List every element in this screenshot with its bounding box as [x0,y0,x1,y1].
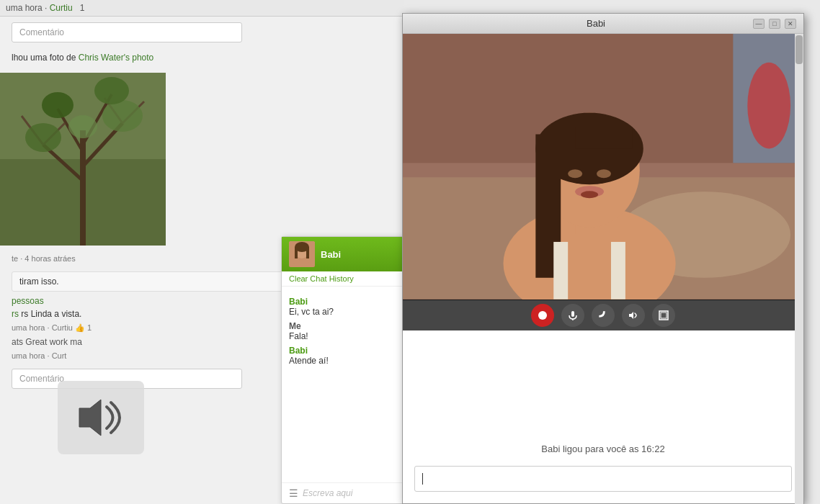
svg-point-12 [102,100,143,132]
record-button[interactable] [531,304,554,327]
video-controls-bar [403,300,803,330]
text-me-1: Fala! [289,331,410,341]
svg-point-28 [747,63,790,149]
svg-rect-40 [553,242,568,300]
svg-rect-41 [611,242,625,300]
speaker-button[interactable] [622,304,645,327]
avatar-face [289,241,315,267]
feed-top-bar: uma hora · Curtiu 1 [0,0,404,17]
sender-babi-1: Babi [289,297,410,307]
svg-rect-22 [306,247,309,258]
liked-text: lhou uma foto de [12,53,79,63]
svg-point-15 [68,115,97,138]
svg-rect-35 [575,127,633,149]
chat-contact-name: Babi [321,249,341,260]
comment-placeholder-1: Comentário [19,27,64,37]
chat-panel: Babi Clear Chat History Babi Ei, vc ta a… [281,236,418,504]
mic-button[interactable] [561,304,584,327]
svg-point-36 [568,169,582,178]
svg-point-39 [581,191,598,198]
svg-point-13 [42,92,73,118]
scrollbar-right[interactable] [795,34,803,504]
chat-avatar [289,241,315,267]
svg-marker-16 [79,400,101,436]
video-title: Babi [439,18,753,29]
video-call-window: Babi — □ ✕ [402,13,804,504]
titlebar-controls: — □ ✕ [753,19,796,29]
scrollbar-thumb[interactable] [796,35,803,64]
msg-babi-2: Babi Atende aí! [289,346,410,366]
feed-time: uma hora · [6,3,50,13]
chat-input-area[interactable]: ☰ Escreva aqui [282,482,417,503]
svg-marker-45 [629,312,633,319]
photo-block [0,73,166,246]
chat-input-placeholder: Escreva aqui [303,488,352,498]
chat-messages: Babi Ei, vc ta ai? Me Fala! Babi Atende … [282,287,417,482]
chat-header: Babi [282,237,417,271]
expand-button[interactable] [652,304,675,327]
svg-rect-43 [571,311,574,317]
video-person-svg [403,34,803,300]
hangup-button[interactable] [592,304,615,327]
text-babi-1: Ei, vc ta ai? [289,307,410,317]
minimize-button[interactable]: — [753,19,765,29]
msg-babi-1: Babi Ei, vc ta ai? [289,297,410,317]
msg-me-1: Me Fala! [289,321,410,341]
liked-line: lhou uma foto de Chris Water's photo [0,48,404,67]
sender-babi-2: Babi [289,346,410,356]
svg-point-42 [538,311,547,320]
post-text: tiram isso. [19,276,59,287]
svg-rect-47 [661,312,667,318]
feed-count: 1 [80,3,85,13]
liked-link[interactable]: Chris Water's photo [79,53,154,63]
svg-point-37 [597,169,611,178]
volume-icon-bg [58,381,144,454]
cursor-blink [422,473,423,485]
comment-input-1[interactable]: Comentário [12,22,242,42]
video-text-input[interactable] [414,466,792,492]
clear-chat-history[interactable]: Clear Chat History [282,271,417,287]
chat-input-icon: ☰ [289,487,298,499]
text-babi-2: Atende aí! [289,356,410,366]
maximize-button[interactable]: □ [769,19,780,29]
video-area [403,34,803,300]
video-chat-area: Babi ligou para você as 16:22 [403,330,803,503]
svg-rect-21 [295,247,298,258]
close-button[interactable]: ✕ [785,19,796,29]
feed-user-link[interactable]: Curtiu [50,3,73,13]
svg-point-14 [94,77,129,104]
volume-overlay [58,374,144,461]
svg-point-11 [25,123,61,152]
video-titlebar: Babi — □ ✕ [403,14,803,34]
volume-icon [72,392,130,443]
call-status-text: Babi ligou para você as 16:22 [414,444,792,454]
sender-me-1: Me [289,321,410,331]
